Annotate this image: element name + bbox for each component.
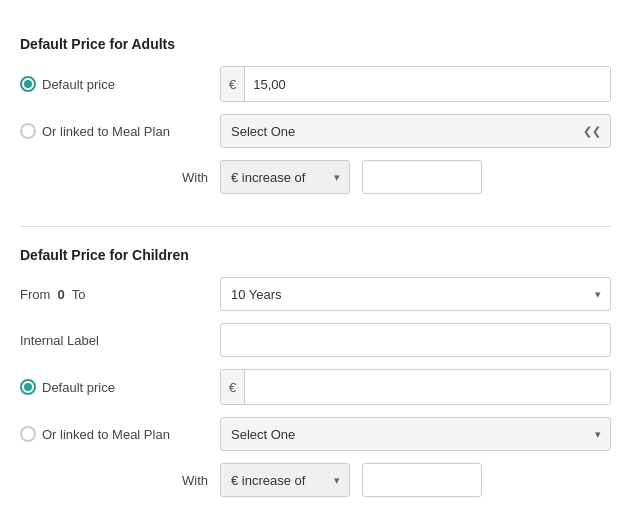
adults-with-row: With € increase of ▾ xyxy=(20,160,611,194)
children-default-price-label[interactable]: Default price xyxy=(20,379,115,395)
children-euro-prefix: € xyxy=(221,370,245,404)
section-divider xyxy=(20,226,611,227)
adults-section-title: Default Price for Adults xyxy=(20,36,611,52)
adults-meal-plan-select-col: Select One ❮❮ xyxy=(220,114,611,148)
children-meal-plan-radio[interactable] xyxy=(20,426,36,442)
adults-meal-plan-label-col: Or linked to Meal Plan xyxy=(20,123,220,139)
children-from-to-label-col: From 0 To xyxy=(20,287,220,302)
children-increase-value-input[interactable] xyxy=(362,463,482,497)
children-meal-plan-label-col: Or linked to Meal Plan xyxy=(20,426,220,442)
adults-with-label: With xyxy=(20,170,220,185)
children-years-select-col: 10 Years ▾ xyxy=(220,277,611,311)
children-years-select[interactable]: 10 Years xyxy=(220,277,611,311)
children-default-price-euro-wrapper: € xyxy=(220,369,611,405)
children-section: Default Price for Children From 0 To 10 … xyxy=(20,231,611,523)
children-default-price-label-col: Default price xyxy=(20,379,220,395)
children-internal-label-col: Internal Label xyxy=(20,333,220,348)
adults-default-price-row: Default price € xyxy=(20,66,611,102)
children-section-title: Default Price for Children xyxy=(20,247,611,263)
children-with-label: With xyxy=(20,473,220,488)
adults-default-price-input-col: € xyxy=(220,66,611,102)
children-meal-plan-row: Or linked to Meal Plan Select One ▾ xyxy=(20,417,611,451)
adults-meal-plan-label[interactable]: Or linked to Meal Plan xyxy=(20,123,170,139)
children-meal-plan-select-wrapper: Select One ▾ xyxy=(220,417,611,451)
children-default-price-radio[interactable] xyxy=(20,379,36,395)
adults-section: Default Price for Adults Default price €… xyxy=(20,20,611,222)
adults-default-price-input[interactable] xyxy=(245,67,610,101)
children-with-input-col: € increase of ▾ xyxy=(220,463,611,497)
children-internal-label-input-col xyxy=(220,323,611,357)
children-from-to-row: From 0 To 10 Years ▾ xyxy=(20,277,611,311)
adults-default-price-radio[interactable] xyxy=(20,76,36,92)
children-meal-plan-select[interactable]: Select One xyxy=(220,417,611,451)
children-default-price-input-col: € xyxy=(220,369,611,405)
children-increase-wrapper: € increase of ▾ xyxy=(220,463,350,497)
children-years-select-wrapper: 10 Years ▾ xyxy=(220,277,611,311)
children-default-price-row: Default price € xyxy=(20,369,611,405)
adults-meal-plan-select-wrapper: Select One ❮❮ xyxy=(220,114,611,148)
children-from-value: 0 xyxy=(58,287,65,302)
adults-meal-plan-select[interactable]: Select One xyxy=(220,114,611,148)
adults-meal-plan-row: Or linked to Meal Plan Select One ❮❮ xyxy=(20,114,611,148)
adults-euro-prefix: € xyxy=(221,67,245,101)
children-internal-label-row: Internal Label xyxy=(20,323,611,357)
children-meal-plan-label[interactable]: Or linked to Meal Plan xyxy=(20,426,170,442)
children-with-row: With € increase of ▾ xyxy=(20,463,611,497)
adults-default-price-euro-wrapper: € xyxy=(220,66,611,102)
adults-default-price-label-col: Default price xyxy=(20,76,220,92)
children-meal-plan-select-col: Select One ▾ xyxy=(220,417,611,451)
adults-meal-plan-radio[interactable] xyxy=(20,123,36,139)
children-from-label: From 0 To xyxy=(20,287,86,302)
children-increase-select[interactable]: € increase of xyxy=(220,463,350,497)
adults-increase-value-input[interactable] xyxy=(362,160,482,194)
adults-increase-wrapper: € increase of ▾ xyxy=(220,160,350,194)
children-internal-label-text: Internal Label xyxy=(20,333,99,348)
children-internal-label-input[interactable] xyxy=(220,323,611,357)
adults-increase-select[interactable]: € increase of xyxy=(220,160,350,194)
adults-default-price-label[interactable]: Default price xyxy=(20,76,115,92)
children-default-price-input[interactable] xyxy=(245,370,610,404)
adults-with-input-col: € increase of ▾ xyxy=(220,160,611,194)
